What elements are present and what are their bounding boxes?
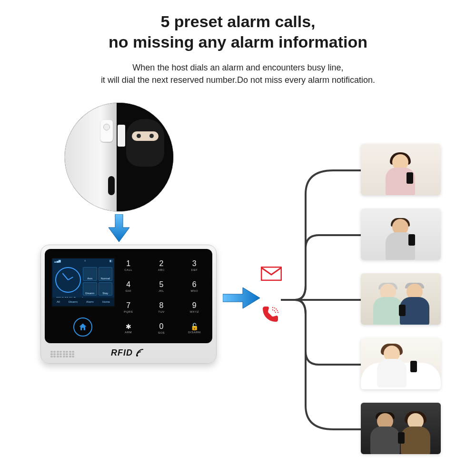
intruder-scene [64,102,174,212]
svg-point-0 [136,355,138,357]
keypad: 1CALL 2ABC 3DEF 4GHI 5JKL 6MNO 7PQRS 8TU… [117,258,206,337]
key-2: 2ABC [150,258,172,274]
key-9: 9WXYZ [183,299,206,316]
door-handle-icon [108,176,115,195]
key-5: 5JKL [150,278,172,295]
page-heading: 5 preset alarm calls, no missing any ala… [0,0,476,52]
door-sensor-icon [100,120,113,142]
sub-line2: it will dial the next reserved number.Do… [101,75,375,85]
bottom-alarm: Alarm [86,300,94,303]
page-subheading: When the host dials an alarm and encount… [0,61,476,86]
heading-line1: 5 preset alarm calls, [160,12,315,30]
recipient-thumb-5 [361,403,441,454]
arrow-down-icon [106,214,132,245]
key-8: 8TUV [150,299,172,316]
recipient-thumb-2 [361,208,441,260]
key-disarm: 🔓DISARM [183,320,206,337]
recipient-thumb-3 [361,273,441,325]
bottom-home: Home [102,300,110,303]
bottom-disarm: Disarm [69,300,78,303]
bottom-all: All [57,300,60,303]
recipient-thumb-1 [361,144,441,195]
tile-disarm: Disarm [83,282,97,296]
key-arm: ✱ARM [117,320,139,337]
key-4: 4GHI [117,278,139,295]
clock-icon [55,267,81,293]
phone-icon [261,305,280,326]
home-icon [78,322,88,332]
key-6: 6MNO [183,278,206,295]
home-button [73,317,92,337]
tile-stay: Stay [99,282,113,296]
rfid-label: RFID [111,348,133,358]
recipient-thumb-4 [361,338,441,389]
battery-icon: ▮▯ [109,259,112,265]
tile-arm: Arm [83,267,97,281]
wifi-icon: ⏚ [84,259,86,265]
door-sensor-strip [118,125,125,147]
tile-normal: Normal [99,267,113,281]
alarm-host-device: ▂▄▆ ⏚ ▮▯ Arm Normal Disarm Stay 2017.07.… [40,245,217,364]
rfid-wave-icon [136,348,146,357]
recipient-list [361,144,441,454]
heading-line2: no missing any alarm information [109,33,367,51]
intruder-figure [117,103,173,211]
connector-lines [281,143,362,457]
envelope-icon [261,267,282,283]
key-0: 0SOS [150,320,172,337]
key-3: 3DEF [183,258,206,274]
speaker-grille [50,351,74,357]
key-1: 1CALL [117,258,139,274]
arrow-right-icon [223,285,261,313]
device-screen: ▂▄▆ ⏚ ▮▯ Arm Normal Disarm Stay 2017.07.… [51,258,115,307]
signal-icon: ▂▄▆ [54,259,61,265]
key-7: 7PQRS [117,299,139,316]
sub-line1: When the host dials an alarm and encount… [132,63,343,72]
door-with-sensor [65,103,117,211]
